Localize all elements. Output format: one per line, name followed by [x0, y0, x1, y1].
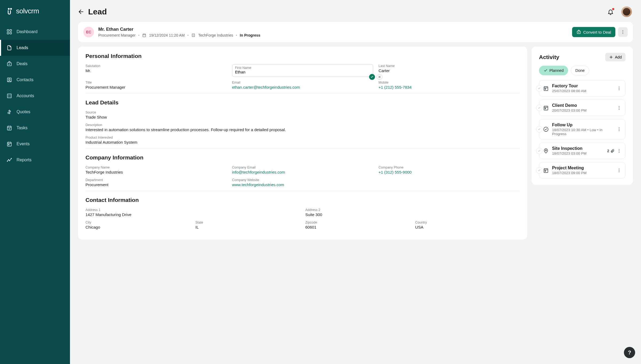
tab-done[interactable]: Done	[571, 66, 589, 75]
field-mobile[interactable]: Mobile +1 (212) 555-7834	[378, 81, 520, 89]
activity-item[interactable]: Site Inspection 18/07/2023 03:00 PM 2	[539, 143, 626, 159]
field-department[interactable]: Department Procurement	[85, 178, 227, 187]
back-button[interactable]	[78, 9, 84, 15]
field-website[interactable]: Company Website www.techforgeindustries.…	[232, 178, 373, 187]
field-product[interactable]: Product Interested Industrial Automation…	[85, 136, 520, 144]
sidebar-item-accounts[interactable]: Accounts	[0, 88, 70, 104]
field-first-name-input[interactable]: First Name	[232, 64, 373, 77]
tab-planned[interactable]: Planned	[539, 66, 568, 75]
field-value[interactable]: www.techforgeindustries.com	[232, 182, 373, 187]
activity-more-button[interactable]	[617, 127, 622, 132]
field-email[interactable]: Email ethan.carter@techforgeindustries.c…	[232, 81, 373, 89]
activity-meta: 20/07/2023 03:00 PM	[552, 108, 613, 112]
help-label: ?	[628, 350, 631, 356]
events-icon	[6, 141, 12, 147]
sidebar-item-label: Deals	[17, 61, 28, 66]
dashboard-icon	[6, 29, 12, 35]
sidebar-item-label: Events	[17, 142, 30, 146]
notifications-button[interactable]	[607, 9, 614, 15]
svg-point-25	[619, 87, 620, 87]
brand-logo[interactable]: solvcrm	[0, 7, 70, 24]
user-avatar[interactable]	[621, 6, 632, 17]
divider	[85, 148, 520, 148]
activity-complete-toggle[interactable]	[536, 85, 542, 92]
separator-dot-icon: •	[138, 33, 139, 37]
activity-complete-toggle[interactable]	[536, 105, 542, 111]
activity-complete-toggle[interactable]	[536, 167, 542, 174]
svg-rect-42	[545, 170, 546, 171]
sidebar-item-reports[interactable]: Reports	[0, 152, 70, 168]
sidebar-item-dashboard[interactable]: Dashboard	[0, 24, 70, 40]
field-address2[interactable]: Address 2 Suite 300	[305, 208, 520, 217]
sidebar-item-label: Tasks	[17, 126, 28, 130]
lead-avatar: EC	[83, 27, 94, 37]
reports-icon	[6, 157, 12, 163]
field-label: Email	[232, 81, 373, 84]
svg-point-37	[545, 150, 547, 151]
convert-to-deal-button[interactable]: Convert to Deal	[572, 27, 615, 37]
lead-company: TechForge Industries	[198, 33, 233, 37]
sidebar-item-tasks[interactable]: Tasks	[0, 120, 70, 136]
first-name-input[interactable]	[235, 70, 370, 74]
field-value[interactable]: info@techforgeindustries.com	[232, 170, 373, 174]
field-label: Address 2	[305, 208, 520, 212]
sidebar-item-quotes[interactable]: Quotes	[0, 104, 70, 120]
divider	[85, 191, 520, 191]
svg-point-39	[619, 150, 620, 151]
field-zipcode[interactable]: Zipcode 60601	[305, 221, 410, 229]
activity-attachments[interactable]: 2	[607, 149, 615, 153]
lead-more-button[interactable]	[618, 27, 628, 37]
field-description[interactable]: Description Interested in automation sol…	[85, 123, 520, 132]
field-state[interactable]: State IL	[196, 221, 300, 229]
field-country[interactable]: Country USA	[415, 221, 520, 229]
activity-item[interactable]: Client Demo 20/07/2023 03:00 PM	[539, 100, 626, 116]
svg-rect-3	[10, 30, 11, 31]
svg-rect-9	[7, 94, 11, 98]
field-company-email[interactable]: Company Email info@techforgeindustries.c…	[232, 166, 373, 174]
field-value[interactable]: +1 (212) 555-7834	[378, 85, 520, 89]
field-last-name[interactable]: Last Name Carter	[378, 64, 520, 77]
cancel-edit-button[interactable]	[377, 74, 382, 80]
activity-more-button[interactable]	[617, 86, 622, 91]
svg-rect-2	[7, 30, 9, 31]
svg-point-27	[619, 89, 620, 90]
svg-point-43	[619, 169, 620, 169]
field-city[interactable]: City Chicago	[85, 221, 190, 229]
activity-complete-toggle[interactable]	[536, 148, 542, 154]
svg-point-34	[619, 127, 620, 128]
sidebar-item-leads[interactable]: Leads	[0, 40, 70, 56]
field-label: Source	[85, 111, 520, 114]
field-value[interactable]: +1 (312) 555-9000	[378, 170, 520, 174]
field-source[interactable]: Source Trade Show	[85, 111, 520, 119]
section-title-contact: Contact Information	[85, 197, 520, 203]
field-company-phone[interactable]: Company Phone +1 (312) 555-9000	[378, 166, 520, 174]
activity-complete-toggle[interactable]	[536, 126, 542, 132]
field-company-name[interactable]: Company Name TechForge Industries	[85, 166, 227, 174]
confirm-edit-button[interactable]	[369, 74, 375, 80]
activity-meta: 18/07/2023 09:00 PM	[552, 171, 613, 175]
field-value[interactable]: ethan.carter@techforgeindustries.com	[232, 85, 373, 89]
accounts-icon	[6, 93, 12, 99]
field-title[interactable]: Title Procurement Manager	[85, 81, 227, 89]
page-title: Lead	[88, 7, 107, 16]
sidebar-item-events[interactable]: Events	[0, 136, 70, 152]
task-icon	[543, 126, 549, 132]
field-label: Salutation	[85, 64, 227, 68]
brand-logo-icon	[6, 8, 13, 15]
activity-item[interactable]: Factory Tour 25/07/2023 08:00 AM	[539, 80, 626, 96]
activity-more-button[interactable]	[617, 148, 622, 153]
field-address1[interactable]: Address 1 1427 Manufacturing Drive	[85, 208, 300, 217]
svg-point-40	[619, 152, 620, 152]
help-button[interactable]: ?	[624, 347, 635, 358]
activity-item[interactable]: Project Meeting 18/07/2023 09:00 PM	[539, 162, 626, 178]
event-icon	[543, 85, 549, 91]
activity-item[interactable]: Follow Up 18/07/2023 10:30 AM • Low • In…	[539, 119, 626, 139]
tab-label: Planned	[549, 68, 564, 73]
activity-more-button[interactable]	[617, 105, 622, 110]
add-activity-button[interactable]: Add	[605, 53, 626, 61]
sidebar-item-deals[interactable]: Deals	[0, 56, 70, 72]
activity-more-button[interactable]	[617, 168, 622, 173]
sidebar-item-contacts[interactable]: Contacts	[0, 72, 70, 88]
field-salutation[interactable]: Salutation Mr.	[85, 64, 227, 77]
deals-icon	[6, 61, 12, 67]
